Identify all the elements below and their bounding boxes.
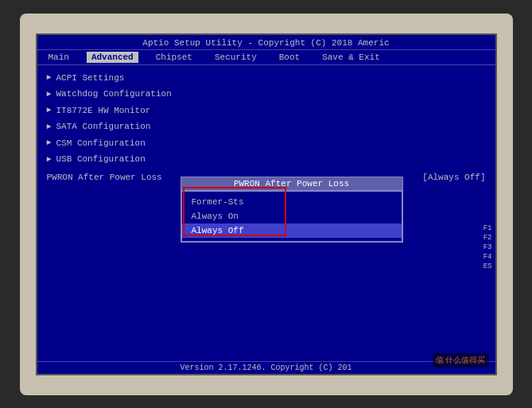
fkey-f2: F2 — [483, 234, 492, 242]
arrow-icon: ► — [47, 137, 52, 149]
arrow-icon: ► — [47, 121, 52, 133]
popup-body: Former-Sts Always On Always Off — [181, 190, 403, 243]
list-item[interactable]: ► CSM Configuration — [47, 135, 486, 152]
list-item[interactable]: ► SATA Configuration — [47, 119, 486, 135]
popup-dialog: PWRON After Power Loss Former-Sts Always… — [181, 177, 403, 243]
arrow-icon: ► — [47, 72, 52, 84]
title-bar: Aptio Setup Utility - Copyright (C) 2018… — [37, 35, 495, 50]
nav-item-chipset[interactable]: Chipset — [151, 52, 197, 63]
popup-option-always-off[interactable]: Always Off — [182, 223, 402, 238]
nav-item-main[interactable]: Main — [44, 52, 74, 63]
watermark: 值 什么值得买 — [433, 353, 489, 367]
setting-value: [Always Off] — [422, 173, 485, 182]
list-item[interactable]: ► USB Configuration — [47, 151, 486, 168]
nav-bar: Main Advanced Chipset Security Boot Save… — [37, 50, 495, 65]
footer-text: Version 2.17.1246. Copyright (C) 201 — [180, 363, 351, 372]
nav-item-advanced[interactable]: Advanced — [87, 52, 138, 63]
fkey-f4: F4 — [483, 253, 492, 261]
popup-title: PWRON After Power Loss — [181, 177, 403, 190]
fkey-f3: F3 — [483, 243, 492, 251]
footer-bar: Version 2.17.1246. Copyright (C) 201 — [37, 361, 495, 374]
popup-option-always-on[interactable]: Always On — [182, 209, 402, 223]
nav-item-save-exit[interactable]: Save & Exit — [317, 52, 385, 63]
bios-title: Aptio Setup Utility - Copyright (C) 2018… — [142, 38, 389, 48]
fkey-f1: F1 — [483, 224, 492, 232]
setting-label: PWRON After Power Loss — [47, 173, 162, 182]
nav-item-boot[interactable]: Boot — [274, 52, 305, 63]
function-keys-panel: F1 F2 F3 F4 ES — [483, 224, 492, 270]
monitor: Aptio Setup Utility - Copyright (C) 2018… — [20, 14, 513, 395]
fkey-es: ES — [483, 262, 492, 270]
list-item[interactable]: ► IT8772E HW Monitor — [47, 103, 486, 119]
popup-option-former[interactable]: Former-Sts — [182, 195, 402, 209]
bios-screen: Aptio Setup Utility - Copyright (C) 2018… — [36, 33, 497, 375]
nav-item-security[interactable]: Security — [210, 52, 262, 63]
arrow-icon: ► — [47, 104, 52, 116]
arrow-icon: ► — [47, 153, 52, 165]
list-item[interactable]: ► ACPI Settings — [47, 70, 486, 87]
list-item[interactable]: ► Watchdog Configuration — [47, 86, 486, 103]
main-content: ► ACPI Settings ► Watchdog Configuration… — [37, 65, 495, 374]
arrow-icon: ► — [47, 88, 52, 100]
